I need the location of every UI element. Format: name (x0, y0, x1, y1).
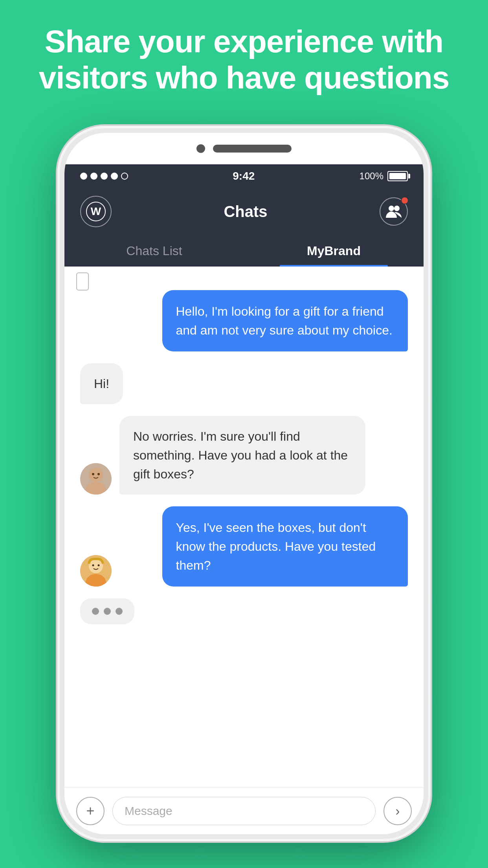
svg-point-13 (98, 565, 100, 566)
message-1: Hello, I'm looking for a gift for a frie… (80, 290, 408, 351)
agent-avatar-1 (80, 463, 112, 495)
svg-point-8 (97, 473, 100, 475)
svg-point-2 (389, 206, 394, 211)
tab-mybrand[interactable]: MyBrand (244, 235, 424, 267)
typing-dot-1 (92, 608, 99, 615)
signal-dot-2 (90, 173, 97, 180)
visitor-bubble-1: Hello, I'm looking for a gift for a frie… (162, 290, 408, 351)
tab-active-indicator (280, 265, 387, 267)
status-time: 9:42 (233, 170, 255, 182)
tab-chats-list[interactable]: Chats List (64, 235, 244, 267)
phone-frame: 9:42 100% W Chats (57, 126, 431, 841)
message-2: Hi! (80, 363, 408, 404)
headline-line2: visitors who have questions (39, 60, 449, 95)
app-header: W Chats (64, 188, 424, 235)
battery-icon (387, 171, 408, 181)
phone-top-bar (64, 133, 424, 164)
add-button[interactable]: + (76, 797, 105, 825)
typing-indicator (80, 598, 134, 624)
send-button[interactable]: › (383, 797, 412, 825)
agent-bubble-2: No worries. I'm sure you'll find somethi… (119, 416, 365, 495)
input-bar: + Message › (64, 787, 424, 834)
typing-dot-2 (104, 608, 111, 615)
notification-badge (401, 197, 409, 204)
headline-line1: Share your experience with (45, 24, 443, 59)
signal-dot-5 (121, 173, 128, 180)
message-input[interactable]: Message (112, 797, 376, 825)
svg-point-3 (394, 206, 400, 211)
signal-dot-3 (101, 173, 108, 180)
typing-indicator-row (80, 598, 408, 624)
typing-dot-3 (116, 608, 123, 615)
visitor-avatar-1 (80, 555, 112, 587)
chat-messages: Hello, I'm looking for a gift for a frie… (64, 267, 424, 636)
speaker (213, 145, 292, 153)
svg-point-7 (92, 473, 94, 475)
app-title: Chats (224, 203, 267, 221)
battery-fill (389, 173, 406, 179)
people-icon[interactable] (380, 197, 408, 226)
phone-inner: 9:42 100% W Chats (64, 133, 424, 834)
message-3: No worries. I'm sure you'll find somethi… (80, 416, 408, 495)
phone-small-icon (76, 272, 89, 291)
signal-dot-1 (80, 173, 87, 180)
signal-bars (80, 173, 128, 180)
agent-bubble-1: Hi! (80, 363, 123, 404)
status-bar: 9:42 100% (64, 164, 424, 188)
chat-area: Hello, I'm looking for a gift for a frie… (64, 267, 424, 787)
headline: Share your experience with visitors who … (24, 24, 464, 96)
svg-text:W: W (91, 205, 101, 217)
status-battery: 100% (360, 171, 408, 182)
front-camera (196, 144, 205, 153)
battery-percent: 100% (360, 171, 383, 182)
signal-dot-4 (111, 173, 118, 180)
message-4: Yes, I've seen the boxes, but don't know… (80, 506, 408, 587)
svg-point-5 (89, 468, 103, 482)
svg-point-12 (92, 565, 94, 566)
app-logo: W (80, 196, 112, 227)
app-tabs: Chats List MyBrand (64, 235, 424, 267)
visitor-bubble-2: Yes, I've seen the boxes, but don't know… (162, 506, 408, 587)
